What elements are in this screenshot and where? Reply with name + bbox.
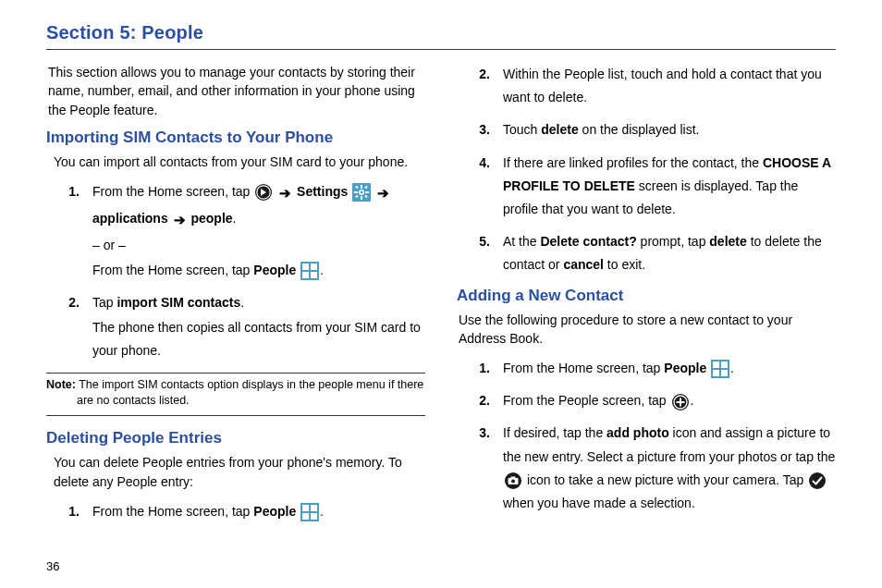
or-text: – or – (92, 234, 425, 257)
page-number: 36 (46, 559, 59, 573)
step-text: At the Delete contact? prompt, tap delet… (503, 230, 836, 276)
svg-rect-17 (311, 272, 317, 278)
text: Touch (503, 122, 541, 137)
text: If there are linked profiles for the con… (503, 155, 763, 170)
delete-label: delete (541, 122, 578, 137)
left-column: This section allows you to manage your c… (46, 63, 425, 533)
step-text: Within the People list, touch and hold a… (503, 63, 836, 109)
step-text: If there are linked profiles for the con… (503, 152, 836, 222)
text: From the People screen, tap (503, 393, 670, 408)
step-text: From the Home screen, tap People . (503, 357, 836, 380)
import-step-2: 2. Tap import SIM contacts. The phone th… (65, 291, 425, 363)
check-circle-icon (808, 472, 827, 490)
step-number: 3. (475, 118, 490, 141)
svg-rect-21 (302, 513, 309, 520)
add-step-2: 2. From the People screen, tap . (475, 389, 836, 412)
import-sim-label: import SIM contacts (116, 295, 240, 310)
importing-title: Importing SIM Contacts to Your Phone (46, 129, 425, 147)
importing-lead: You can import all contacts from your SI… (54, 153, 425, 173)
people-label: People (253, 263, 296, 277)
delete-step-1: 1. From the Home screen, tap People . (65, 500, 425, 523)
note-rule-top (46, 373, 425, 374)
people-label: people (190, 211, 232, 226)
svg-rect-19 (302, 505, 309, 511)
delete-step-4: 4. If there are linked profiles for the … (475, 152, 836, 222)
svg-rect-20 (311, 505, 317, 511)
add-step-1: 1. From the Home screen, tap People . (475, 357, 836, 380)
svg-rect-22 (311, 513, 317, 520)
text: From the Home screen, tap (503, 361, 664, 375)
note: Note: The import SIM contacts option dis… (46, 377, 425, 410)
svg-rect-5 (361, 196, 362, 200)
text: If desired, tap the (503, 425, 606, 440)
arrow-icon: ➔ (279, 180, 291, 205)
adding-lead: Use the following procedure to store a n… (459, 311, 836, 349)
svg-rect-27 (721, 370, 728, 376)
step-text: From the People screen, tap . (503, 389, 836, 412)
svg-rect-31 (676, 401, 684, 403)
step-extra: The phone then copies all contacts from … (92, 316, 425, 362)
people-tile-icon (711, 360, 729, 378)
columns: This section allows you to manage your c… (46, 63, 836, 533)
people-tile-icon (300, 262, 319, 280)
plus-circle-icon (671, 393, 690, 411)
svg-point-12 (361, 191, 363, 194)
camera-circle-icon (504, 472, 522, 490)
deleting-title: Deleting People Entries (46, 429, 425, 447)
delete-step-2: 2. Within the People list, touch and hol… (475, 63, 836, 109)
alt-text: From the Home screen, tap (92, 263, 253, 277)
text: Tap (92, 295, 116, 310)
note-text: The import SIM contacts option displays … (77, 378, 423, 408)
add-step-3: 3. If desired, tap the add photo icon an… (475, 422, 836, 515)
adding-title: Adding a New Contact (457, 287, 836, 305)
right-column: 2. Within the People list, touch and hol… (457, 63, 836, 533)
people-label: People (253, 504, 296, 519)
step-number: 4. (475, 152, 490, 175)
step-number: 2. (65, 291, 80, 314)
delete-step-5: 5. At the Delete contact? prompt, tap de… (475, 230, 836, 276)
svg-rect-34 (511, 477, 516, 480)
text: At the (503, 234, 540, 249)
svg-rect-24 (713, 361, 719, 368)
step-number: 3. (475, 422, 490, 445)
people-label: People (664, 361, 706, 375)
delete-contact-label: Delete contact? (540, 234, 636, 249)
title-rule (46, 49, 836, 50)
svg-rect-26 (713, 370, 719, 376)
svg-rect-16 (302, 272, 309, 278)
import-step-1: 1. From the Home screen, tap ➔ Settings (65, 180, 425, 282)
note-rule-bottom (46, 415, 425, 416)
arrow-icon: ➔ (174, 207, 186, 232)
text: prompt, tap (637, 234, 710, 249)
gear-icon (352, 183, 371, 202)
step-number: 1. (65, 500, 80, 523)
text: on the displayed list. (579, 122, 700, 137)
note-label: Note: (46, 378, 76, 391)
text: to exit. (604, 257, 645, 272)
cancel-label: cancel (563, 257, 604, 272)
text: icon to take a new picture with your cam… (527, 472, 807, 487)
people-tile-icon (300, 503, 319, 521)
svg-rect-4 (361, 185, 362, 189)
text: . (240, 295, 244, 310)
text: From the Home screen, tap (92, 504, 253, 519)
svg-rect-15 (311, 263, 317, 270)
page: Section 5: People This section allows yo… (0, 0, 882, 588)
svg-point-36 (809, 472, 826, 489)
applications-label: applications (92, 211, 168, 226)
svg-point-35 (511, 480, 515, 484)
arrow-circle-icon (254, 183, 273, 202)
deleting-lead: You can delete People entries from your … (54, 453, 425, 493)
step-text: Tap import SIM contacts. The phone then … (92, 291, 425, 363)
intro-text: This section allows you to manage your c… (48, 63, 425, 119)
step-text: If desired, tap the add photo icon and a… (503, 422, 836, 515)
svg-rect-25 (721, 361, 728, 368)
step-text: From the Home screen, tap ➔ Settings ➔ (92, 180, 425, 282)
step-number: 1. (475, 357, 490, 380)
arrow-icon: ➔ (377, 180, 389, 205)
svg-rect-7 (365, 191, 369, 193)
delete-step-3: 3. Touch delete on the displayed list. (475, 118, 836, 141)
step-number: 2. (475, 389, 490, 412)
step-text: From the Home screen, tap People . (92, 500, 425, 523)
settings-label: Settings (297, 184, 348, 199)
